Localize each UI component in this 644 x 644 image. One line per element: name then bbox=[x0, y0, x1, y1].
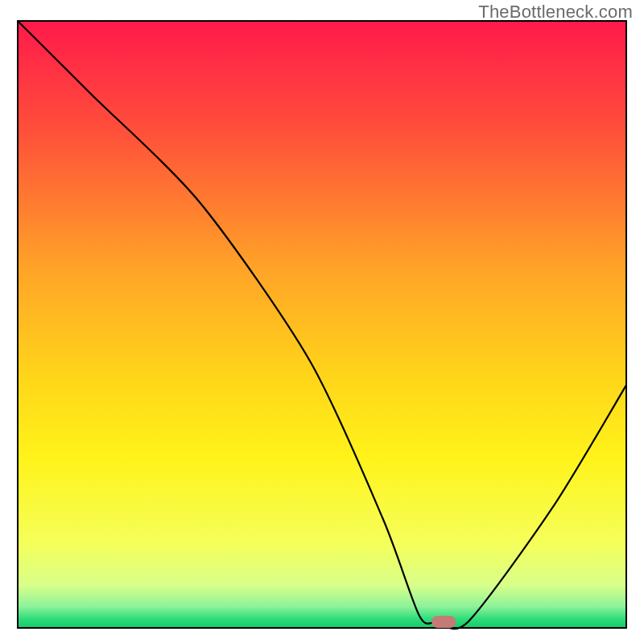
bottleneck-chart bbox=[0, 0, 644, 644]
watermark-text: TheBottleneck.com bbox=[478, 2, 633, 23]
highlight-marker bbox=[431, 616, 456, 628]
chart-container: TheBottleneck.com bbox=[0, 0, 644, 644]
